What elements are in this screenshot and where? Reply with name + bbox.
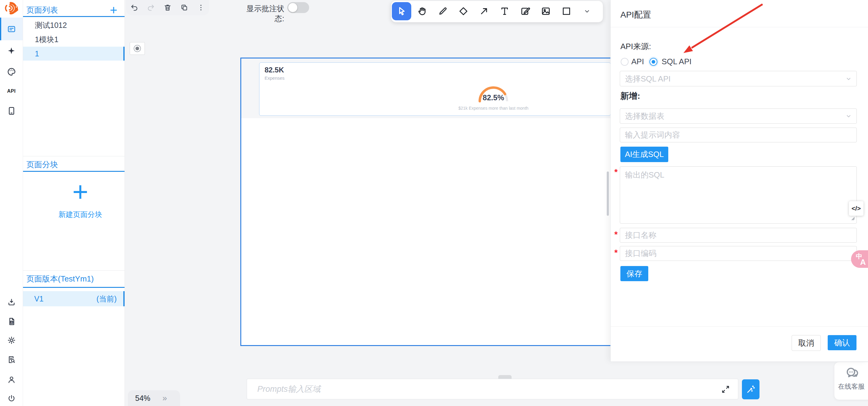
support-label: 在线客服 [834,382,868,391]
api-code-input[interactable] [620,246,857,260]
pages-icon [7,25,16,34]
download-icon [7,298,16,306]
tool-hand[interactable] [412,2,432,20]
sidebar-item-settings[interactable] [0,332,23,349]
sidebar-item-power[interactable] [0,390,23,406]
section-rule [23,287,125,288]
page-list-item-selected[interactable]: 1 [23,46,125,61]
redo-icon[interactable] [147,4,155,11]
sql-api-select-placeholder: 选择SQL API [625,73,671,84]
page-blocks-title: 页面分块 [26,159,125,170]
api-icon: API [7,89,16,94]
page-list-item[interactable]: 测试1012 [23,18,125,32]
tool-rectangle[interactable] [557,2,576,20]
undo-icon[interactable] [130,4,138,11]
canvas-scrollbar[interactable] [607,171,609,216]
code-editor-button[interactable]: </> [849,201,864,216]
panel-footer-rule [611,326,868,326]
sidebar-item-pages[interactable] [0,18,23,40]
prompt-bar [247,379,738,399]
edit-toolbar [126,0,209,15]
panel-divider [23,156,125,156]
sidebar-item-ai[interactable] [0,42,23,59]
annotation-toggle[interactable] [287,2,309,13]
translate-secondary: A [860,257,866,267]
sql-api-select[interactable]: 选择SQL API [620,71,857,86]
sidebar-item-download[interactable] [0,293,23,311]
sidebar-item-doc-search[interactable] [0,351,23,368]
api-name-input[interactable] [620,228,857,242]
ai-generate-sql-button[interactable]: AI生成SQL [620,147,668,162]
sql-output-textarea[interactable] [620,167,857,223]
pencil-icon [438,6,448,17]
table-select-placeholder: 选择数据表 [625,111,664,122]
record-circle-icon [133,44,142,53]
radio-sql-api[interactable] [650,58,657,66]
expenses-gauge-card[interactable]: 82.5K Expenses 82.5% $21k Expenses more … [259,62,611,116]
more-icon[interactable] [197,4,205,11]
tool-more[interactable] [577,2,597,20]
resize-handle-icon[interactable] [850,216,855,221]
gear-icon [7,336,16,344]
new-block-button[interactable]: + 新建页面分块 [53,178,107,219]
sidebar-item-user[interactable] [0,371,23,388]
word-doc-icon [7,317,16,326]
card-value: 82.5K [265,66,284,74]
cancel-button[interactable]: 取消 [792,335,821,351]
brand-logo-icon[interactable] [4,1,20,15]
cursor-icon [396,6,407,17]
version-badge: (当前) [96,291,117,306]
tool-eraser[interactable] [454,2,473,20]
card-caption: $21k Expenses more than last month [442,106,545,111]
copy-icon[interactable] [180,4,188,11]
section-rule [23,171,125,172]
tool-pencil[interactable] [433,2,453,20]
tool-arrow[interactable] [474,2,494,20]
radio-sql-api-label[interactable]: SQL API [661,57,692,66]
sidebar-item-device[interactable] [0,102,23,119]
add-section-label: 新增: [620,90,640,102]
confirm-button[interactable]: 确认 [828,335,857,350]
translate-badge[interactable]: 中 A [851,250,868,268]
page-panel: 页面列表 + 测试1012 1模块1 1 页面分块 + 新建页面分块 页面版本(… [23,0,125,406]
annotation-status-label: 显示批注状态: [239,4,284,24]
device-icon [7,106,16,116]
radio-api[interactable] [621,58,628,66]
save-button[interactable]: 保存 [620,266,648,281]
zoom-level[interactable]: 54% [135,394,150,403]
power-icon [7,394,16,403]
new-block-label: 新建页面分块 [53,210,107,219]
hand-icon [417,6,427,17]
add-page-button[interactable]: + [110,3,117,18]
online-support-widget[interactable]: 在线客服 [834,362,868,400]
version-row-selected[interactable]: V1 (当前) [23,291,125,306]
required-marker: * [614,248,618,257]
api-name-field [620,228,857,243]
sidebar-item-api[interactable]: API [0,83,23,100]
collapse-chevrons[interactable]: » [162,394,167,403]
tool-image[interactable] [536,2,556,20]
page-list-item[interactable]: 1模块1 [23,32,125,46]
text-icon [499,6,510,17]
tool-text[interactable] [495,2,514,20]
ai-generate-button[interactable] [742,379,760,399]
ai-sparkle-icon [7,46,16,55]
sidebar-item-word-export[interactable] [0,313,23,330]
panel-rule [611,27,868,27]
prompt-word-input[interactable] [620,128,857,142]
delete-icon[interactable] [164,4,172,11]
radio-api-label[interactable]: API [631,57,644,66]
tool-annotate[interactable] [516,2,535,20]
record-marker-button[interactable] [130,42,145,55]
rectangle-icon [561,6,571,17]
expand-icon[interactable] [721,385,730,394]
table-select[interactable]: 选择数据表 [620,108,857,124]
tool-select[interactable] [392,2,411,20]
magic-wand-icon [746,384,755,394]
zoom-control: 54% » [128,390,180,406]
chevron-down-icon [583,7,591,15]
prompts-input[interactable] [247,379,738,399]
api-config-panel: API配置 API来源: API SQL API 选择SQL API 新增: 选… [610,0,868,362]
prompt-bar-handle[interactable] [498,375,512,379]
sidebar-item-theme[interactable] [0,63,23,80]
